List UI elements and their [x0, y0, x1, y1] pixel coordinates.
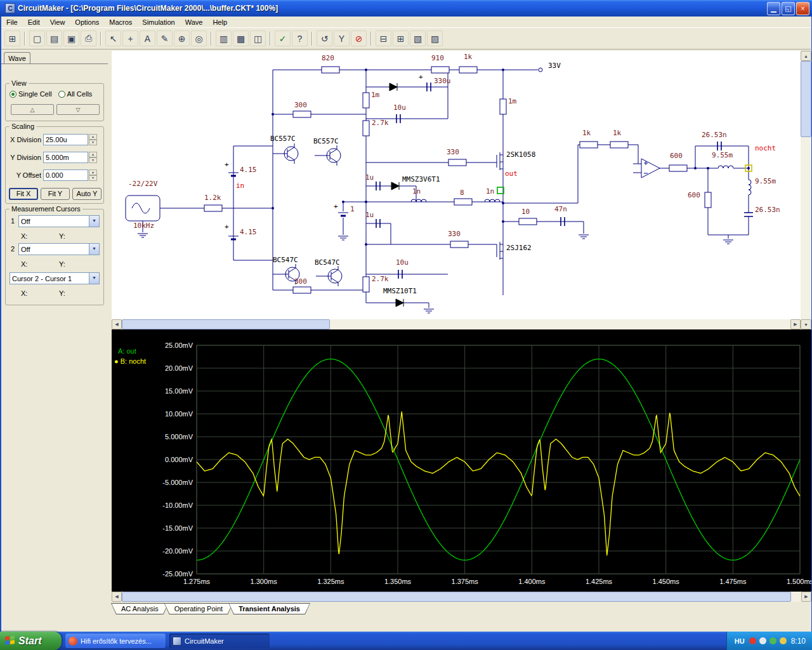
waveform-plot[interactable]: 1.275ms1.300ms1.325ms1.350ms1.375ms1.400… [112, 329, 811, 592]
radio-all-cells-circle[interactable] [58, 91, 65, 98]
restore-button[interactable]: ◱ [782, 2, 795, 15]
menu-help[interactable]: Help [207, 17, 232, 27]
language-indicator[interactable]: HU [735, 637, 745, 645]
waveform-hscroll-thumb[interactable] [122, 592, 791, 602]
tab-transient-analysis[interactable]: Transient Analysis [228, 603, 310, 614]
cursor-diff-y-label: Y: [59, 289, 65, 297]
parts-browser-icon[interactable]: ⊞ [4, 30, 20, 46]
clock[interactable]: 8:10 [791, 637, 806, 646]
schematic-vscroll-thumb[interactable] [801, 61, 811, 137]
radio-single-cell-circle[interactable] [10, 91, 16, 98]
menu-view[interactable]: View [45, 17, 70, 27]
zoom-tool-icon[interactable]: ◎ [191, 30, 207, 46]
menu-macros[interactable]: Macros [104, 17, 137, 27]
component-label-1m: 1m [508, 97, 516, 105]
y-division-spin-up[interactable]: ▲ [89, 152, 97, 157]
tab-operating-point[interactable]: Operating Point [164, 603, 233, 614]
x-division-spin-up[interactable]: ▲ [89, 134, 97, 140]
scroll-up-icon[interactable]: ▲ [801, 51, 811, 61]
fit-y-button[interactable]: Fit Y [41, 188, 70, 200]
y-offset-input[interactable] [43, 169, 88, 181]
tile-horizontal-icon[interactable]: ⊟ [376, 30, 391, 46]
volume-icon[interactable] [759, 637, 766, 644]
toolbar: ⊞▢▤▣⎙↖+A✎⊕◎▥▩◫✓?↺Y⊘⊟⊞▧▨ [1, 28, 811, 50]
stop-simulation-icon[interactable]: ⊘ [351, 30, 367, 46]
cursor-diff-dropdown-icon[interactable]: ▼ [89, 273, 99, 284]
menu-file[interactable]: File [1, 17, 23, 27]
schematic-canvas[interactable]: 8209101k33V+330u1m1m10u3002.7kBC557CBC55… [112, 51, 801, 319]
menu-options[interactable]: Options [70, 17, 104, 27]
scroll-left-icon[interactable]: ◀ [112, 319, 122, 329]
open-file-icon[interactable]: ▤ [46, 30, 62, 46]
tile-vertical-icon[interactable]: ⊞ [393, 30, 409, 46]
menu-wave[interactable]: Wave [180, 17, 208, 27]
minimize-button[interactable]: ▁ [767, 2, 780, 15]
cursor2-select[interactable]: Off ▼ [18, 243, 100, 255]
scroll-right-icon[interactable]: ▶ [801, 592, 811, 602]
taskbar-item-hifi-er-s-t-k-tervez-s[interactable]: Hifi erősítők tervezés... [65, 633, 166, 648]
status-yellow-icon[interactable] [780, 637, 787, 644]
tab-wave[interactable]: Wave [4, 52, 30, 64]
menubar: FileEditViewOptionsMacrosSimulationWaveH… [1, 17, 811, 28]
copy-tool-icon[interactable]: ▩ [233, 30, 249, 46]
waveform-hscrollbar[interactable]: ◀ ▶ [112, 592, 811, 602]
radio-single-cell[interactable]: Single Cell [10, 90, 52, 98]
scroll-right-icon[interactable]: ▶ [790, 319, 801, 329]
rule-check-icon[interactable]: ✓ [275, 30, 291, 46]
y-division-input[interactable] [43, 152, 88, 163]
component-label-10: 10 [521, 208, 530, 216]
new-file-icon[interactable]: ▢ [29, 30, 45, 46]
cursor2-dropdown-icon[interactable]: ▼ [89, 244, 99, 255]
print-icon[interactable]: ⎙ [81, 30, 96, 46]
view-group-title: View [10, 79, 29, 87]
measurement-cursors-group: Measurement Cursors 1 Off ▼ X: Y: 2 Off … [5, 209, 104, 305]
status-green-icon[interactable] [769, 637, 776, 644]
close-button[interactable]: × [796, 2, 809, 15]
y-division-spin-down[interactable]: ▼ [89, 157, 97, 163]
menu-edit[interactable]: Edit [23, 17, 45, 27]
svg-text:-5.000mV: -5.000mV [162, 479, 193, 486]
svg-text:25.00mV: 25.00mV [165, 342, 193, 349]
help-icon[interactable]: ? [292, 30, 308, 46]
probe-tool-icon[interactable]: ✎ [157, 30, 173, 46]
arrow-tool-icon[interactable]: ↖ [105, 30, 121, 46]
y-offset-spin-down[interactable]: ▼ [89, 175, 97, 181]
cursor1-dropdown-icon[interactable]: ▼ [89, 216, 99, 227]
titlebar[interactable]: C CircuitMaker - [C:\Program Files\Circu… [0, 0, 812, 17]
scroll-left-icon[interactable]: ◀ [112, 592, 122, 602]
schematic-hscrollbar[interactable]: ◀ ▶ [112, 319, 801, 329]
component-label-330: 330 [447, 148, 459, 156]
arrange-windows-icon[interactable]: ▨ [427, 30, 443, 46]
save-file-icon[interactable]: ▣ [63, 30, 79, 46]
cursor1-select[interactable]: Off ▼ [18, 215, 100, 227]
schematic-svg [112, 51, 801, 319]
trace-up-button[interactable]: △ [11, 104, 54, 115]
start-button[interactable]: Start [0, 632, 62, 650]
wye-tool-icon[interactable]: Y [334, 30, 350, 46]
tray-icons [749, 637, 787, 644]
radio-all-cells[interactable]: All Cells [58, 90, 93, 98]
zoom-area-tool-icon[interactable]: ⊕ [174, 30, 190, 46]
fit-x-button[interactable]: Fit X [9, 188, 38, 200]
x-division-spin-down[interactable]: ▼ [89, 140, 97, 145]
menu-simulation[interactable]: Simulation [137, 17, 180, 27]
tab-ac-analysis[interactable]: AC Analysis [111, 603, 169, 614]
cursor-diff-select[interactable]: Cursor 2 - Cursor 1 ▼ [10, 272, 100, 284]
undo-icon[interactable]: ↺ [317, 30, 332, 46]
status-red-icon[interactable] [749, 637, 756, 644]
trace-down-button[interactable]: ▽ [56, 104, 100, 115]
schematic-vscrollbar[interactable]: ▲ ▼ [801, 51, 811, 329]
add-part-icon[interactable]: + [122, 30, 138, 46]
component-label-: + [225, 223, 229, 231]
split-view-icon[interactable]: ◫ [250, 30, 266, 46]
taskbar-item-circuitmaker[interactable]: CircuitMaker [169, 633, 270, 648]
y-offset-spin-up[interactable]: ▲ [89, 169, 97, 175]
x-division-input[interactable] [43, 134, 88, 145]
scroll-down-icon[interactable]: ▼ [801, 319, 811, 329]
text-tool-icon[interactable]: A [140, 30, 155, 46]
component-label-bc557c: BC557C [270, 135, 296, 143]
auto-y-button[interactable]: Auto Y [72, 188, 102, 200]
page-preview-icon[interactable]: ▥ [216, 30, 232, 46]
schematic-hscroll-thumb[interactable] [122, 319, 330, 329]
cascade-windows-icon[interactable]: ▧ [410, 30, 426, 46]
